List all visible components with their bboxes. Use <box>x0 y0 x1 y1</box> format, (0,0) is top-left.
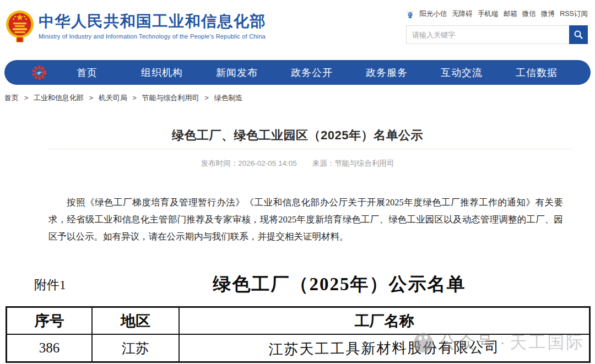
crumb-separator: > <box>132 94 137 102</box>
nav-data[interactable]: 工信数据 <box>499 66 574 79</box>
link-rss[interactable]: RSS订阅 <box>560 9 588 19</box>
search-button[interactable] <box>569 25 588 44</box>
green-factory-table: 序号 地区 工厂名称 386 江苏 江苏天工工具新材料股份有限公司 <box>6 306 591 363</box>
crumb-separator: > <box>89 94 93 102</box>
article-title: 绿色工厂、绿色工业园区（2025年）名单公示 <box>0 127 595 144</box>
col-header-number: 序号 <box>7 308 93 335</box>
nav-home[interactable]: 首页 <box>50 66 125 79</box>
source-value: 节能与综合利用司 <box>334 159 394 167</box>
col-header-factory-name: 工厂名称 <box>180 308 589 335</box>
utility-links: 阳光小信 无障碍 手机端 邮箱 微信 微博 RSS订阅 <box>406 9 588 19</box>
nav-items: 首页 组织机构 新闻发布 政务公开 政务服务 互动交流 工信数据 <box>50 66 574 79</box>
attachment-label: 附件1 <box>34 276 66 294</box>
crumb-departments[interactable]: 机关司局 <box>99 94 127 102</box>
article-meta: 发布时间：2026-02-05 14:05来源：节能与综合利用司 <box>0 159 595 169</box>
link-wechat[interactable]: 微信 <box>522 9 536 19</box>
col-header-region: 地区 <box>93 308 180 335</box>
breadcrumb: 首页 > 工业和信息化部 > 机关司局 > 节能与综合利用司 > 绿色制造 <box>4 93 242 103</box>
nav-gov-services[interactable]: 政务服务 <box>349 66 424 79</box>
site-subtitle: Ministry of Industry and Information Tec… <box>39 33 266 40</box>
link-mobile[interactable]: 手机端 <box>478 9 499 19</box>
svg-text:e: e <box>38 69 41 76</box>
site-brand: 中华人民共和国工业和信息化部 Ministry of Industry and … <box>39 13 266 40</box>
source-label: 来源： <box>312 159 335 167</box>
link-weibo[interactable]: 微博 <box>541 9 555 19</box>
crumb-miit[interactable]: 工业和信息化部 <box>34 94 84 102</box>
title-divider <box>48 149 571 149</box>
attachment-title: 绿色工厂（2025年）公示名单 <box>88 272 591 297</box>
search-icon <box>574 30 583 40</box>
publish-time-value: 2026-02-05 14:05 <box>238 159 297 167</box>
table-cell-factory-name: 江苏天工工具新材料股份有限公司 <box>180 333 589 363</box>
crumb-energy-dept[interactable]: 节能与综合利用司 <box>142 94 199 102</box>
nav-news[interactable]: 新闻发布 <box>199 66 274 79</box>
nav-gov-disclosure[interactable]: 政务公开 <box>274 66 349 79</box>
nav-interaction[interactable]: 互动交流 <box>424 66 499 79</box>
crumb-home[interactable]: 首页 <box>4 94 19 102</box>
crumb-separator: > <box>24 94 29 102</box>
sunshine-mascot-icon <box>406 10 414 19</box>
nav-organization[interactable]: 组织机构 <box>125 66 199 79</box>
search-input[interactable] <box>406 25 569 44</box>
table-cell-region: 江苏 <box>93 335 180 361</box>
link-mailbox[interactable]: 邮箱 <box>504 9 517 19</box>
publish-time-label: 发布时间： <box>201 159 239 167</box>
national-emblem-logo <box>6 9 34 44</box>
crumb-green-manufacturing[interactable]: 绿色制造 <box>214 94 242 102</box>
crumb-separator: > <box>204 94 209 102</box>
miit-gear-logo-icon: e <box>31 64 47 81</box>
link-accessibility[interactable]: 无障碍 <box>452 9 473 19</box>
article-paragraph: 按照《绿色工厂梯度培育及管理暂行办法》《工业和信息化部办公厅关于开展2025年度… <box>48 194 563 245</box>
table-cell-number: 386 <box>7 335 93 361</box>
link-sunshine[interactable]: 阳光小信 <box>419 9 447 19</box>
main-nav: e 首页 组织机构 新闻发布 政务公开 政务服务 互动交流 工信数据 <box>4 60 591 85</box>
page: 中华人民共和国工业和信息化部 Ministry of Industry and … <box>0 0 595 364</box>
site-title: 中华人民共和国工业和信息化部 <box>39 13 266 30</box>
search-box <box>406 25 588 44</box>
